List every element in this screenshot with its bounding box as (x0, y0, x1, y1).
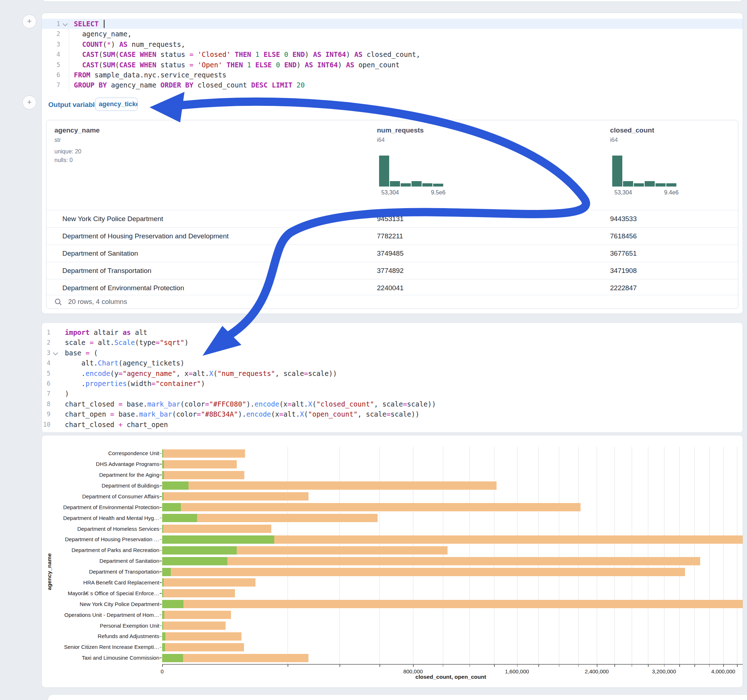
fold-chevron-down-icon[interactable] (53, 350, 58, 355)
table-row: Department of Sanitation37494853677651 (47, 244, 738, 262)
result-table: agency_namestrunique: 20nulls: 0num_requ… (46, 120, 738, 309)
y-axis-label: Department of Homeless Services (42, 526, 159, 532)
chart-x-axis-title: closed_count, open_count (416, 674, 486, 680)
bar-closed_count (162, 600, 743, 608)
bar-closed_count (162, 589, 235, 597)
python-line-2[interactable]: 2scale = alt.Scale(type="sqrt") (42, 337, 742, 347)
output-variable-pill[interactable]: agency_tickets (95, 98, 138, 111)
sql-line-1[interactable]: 1SELECT (42, 19, 742, 29)
python-line-6[interactable]: 6 .properties(width="container") (42, 379, 742, 389)
line-number: 7 (42, 80, 62, 90)
bar-open_count (162, 643, 165, 652)
code-text: agency_name, (69, 29, 132, 39)
y-axis-tick (160, 486, 162, 486)
x-axis-tick (517, 664, 518, 667)
python-line-1[interactable]: 1import altair as alt (42, 327, 742, 337)
sql-line-5[interactable]: 5 CAST(SUM(CASE WHEN status = 'Open' THE… (42, 60, 742, 70)
search-icon[interactable] (54, 298, 62, 306)
bar-open_count (162, 525, 163, 533)
y-axis-tick (160, 550, 162, 551)
gutter (62, 80, 69, 90)
y-axis-label: Mayorâ€ s Office of Special Enforce… (42, 590, 159, 596)
gridline (538, 447, 539, 664)
code-text: ) (59, 389, 69, 398)
x-axis-tick-label: 3,200,000 (652, 668, 676, 674)
bar-closed_count (162, 643, 244, 652)
gridline (709, 447, 709, 664)
line-number: 4 (42, 49, 62, 59)
fold-chevron-down-icon[interactable] (63, 21, 68, 26)
cell-agency-name: Department of Sanitation (62, 249, 138, 258)
x-axis-tick-label: 2,400,000 (585, 668, 609, 674)
y-axis-label: Department of Transportation (42, 569, 159, 575)
python-line-8[interactable]: 8chart_closed = base.mark_bar(color="#FF… (42, 399, 742, 409)
histogram-max-label: 9.4e6 (664, 189, 679, 196)
gridline (614, 447, 615, 664)
gutter (62, 19, 69, 29)
python-code-editor[interactable]: 1import altair as alt2scale = alt.Scale(… (42, 327, 742, 430)
x-axis-tick-label: 1,600,000 (505, 668, 529, 674)
histogram-bar (401, 183, 411, 187)
x-axis-tick (664, 664, 665, 667)
gutter (53, 399, 59, 409)
sql-line-3[interactable]: 3 COUNT(*) AS num_requests, (42, 39, 742, 49)
y-axis-tick (160, 615, 162, 616)
bar-closed_count (162, 557, 700, 565)
gutter (53, 409, 59, 419)
python-line-3[interactable]: 3base = ( (42, 348, 742, 358)
python-line-10[interactable]: 10chart_closed + chart_open (42, 419, 742, 430)
gridline (559, 447, 559, 664)
column-type: str (54, 137, 100, 143)
histogram-bar (666, 183, 676, 187)
add-cell-button-middle[interactable]: + (22, 95, 36, 109)
gutter (53, 348, 59, 358)
next-cell-edge (48, 694, 747, 700)
gridline (517, 447, 517, 664)
bar-closed_count (162, 654, 308, 662)
bar-open_count (162, 654, 183, 662)
bar-open_count (162, 622, 163, 630)
bar-open_count (162, 557, 227, 565)
table-footer: 20 rows, 4 columns (47, 295, 738, 309)
column-name: closed_count (610, 127, 654, 134)
gutter (62, 29, 69, 39)
cell-value: 2222847 (610, 284, 637, 292)
bar-open_count (162, 503, 181, 511)
python-line-4[interactable]: 4 alt.Chart(agency_tickets) (42, 358, 742, 368)
y-axis-label: Personal Exemption Unit (42, 623, 159, 629)
code-text: FROM sample_data.nyc.service_requests (69, 70, 226, 80)
y-axis-tick (160, 647, 162, 648)
column-header-closed_count[interactable]: closed_counti64 (610, 127, 654, 143)
gridline (380, 447, 380, 664)
y-axis-tick (160, 572, 162, 572)
histogram-bar (655, 183, 665, 187)
code-text: chart_closed = base.mark_bar(color="#FFC… (59, 399, 436, 409)
sql-line-7[interactable]: 7GROUP BY agency_name ORDER BY closed_co… (42, 80, 742, 90)
x-axis-tick (494, 664, 495, 667)
column-header-num_requests[interactable]: num_requestsi64 (377, 127, 424, 143)
column-header-agency_name[interactable]: agency_namestr (54, 127, 100, 143)
python-line-9[interactable]: 9chart_open = base.mark_bar(color="#8BC3… (42, 409, 742, 419)
python-line-5[interactable]: 5 .encode(y="agency_name", x=alt.X("num_… (42, 368, 742, 379)
column-name: num_requests (377, 127, 424, 134)
histogram-bar (634, 183, 644, 187)
histogram-bar (379, 155, 389, 187)
code-text: .properties(width="container") (59, 379, 205, 389)
bar-closed_count (162, 611, 231, 619)
add-cell-button-top[interactable]: + (22, 14, 36, 29)
sql-line-4[interactable]: 4 CAST(SUM(CASE WHEN status = 'Closed' T… (42, 49, 742, 59)
x-axis-tick (470, 664, 470, 667)
x-axis-tick (380, 664, 380, 667)
bar-open_count (162, 611, 164, 619)
line-number: 4 (42, 358, 53, 368)
x-axis-tick (694, 664, 695, 667)
y-axis-tick (160, 464, 162, 465)
gutter (53, 358, 59, 368)
sql-line-2[interactable]: 2 agency_name, (42, 29, 742, 39)
column-type: i64 (377, 137, 424, 143)
y-axis-label: Senior Citizen Rent Increase Exempti… (42, 644, 159, 650)
sql-line-6[interactable]: 6FROM sample_data.nyc.service_requests (42, 70, 742, 80)
python-line-7[interactable]: 7) (42, 389, 742, 398)
line-number: 3 (42, 39, 62, 49)
sql-code-editor[interactable]: 1SELECT 2 agency_name,3 COUNT(*) AS num_… (42, 19, 742, 91)
